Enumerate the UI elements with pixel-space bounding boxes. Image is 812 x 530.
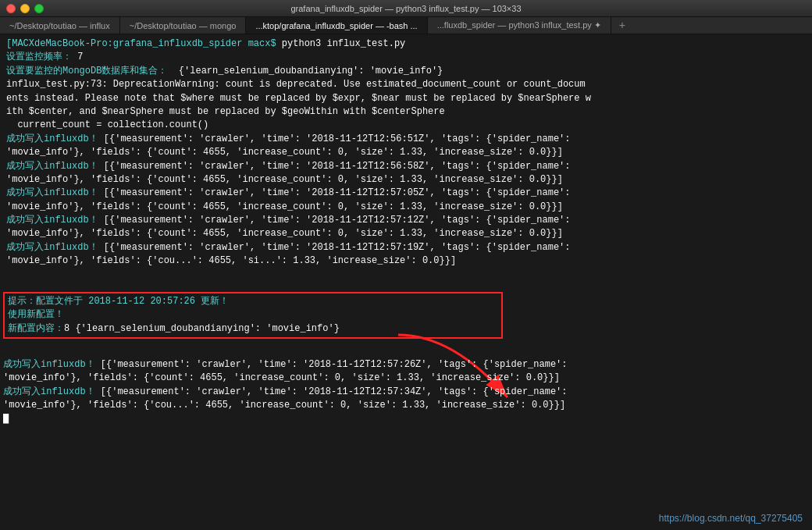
- tab-bash[interactable]: ...ktop/grafana_influxdb_spider — -bash …: [246, 17, 427, 34]
- after-lines: 成功写入influxdb！ [{'measurement': 'crawler'…: [3, 358, 568, 426]
- maximize-button[interactable]: [34, 4, 44, 13]
- minimize-button[interactable]: [20, 4, 30, 13]
- tabbar: ~/Desktop/toutiao — influx ~/Desktop/tou…: [0, 17, 812, 34]
- new-tab-button[interactable]: +: [611, 17, 633, 34]
- terminal-content: [MACXdeMacBook-Pro:grafana_influxdb_spid…: [0, 34, 812, 530]
- post-highlight-output: 成功写入influxdb！ [{'measurement': 'crawler'…: [3, 358, 568, 426]
- tab-mongo[interactable]: ~/Desktop/toutiao — mongo: [120, 17, 247, 34]
- highlight-box: 提示：配置文件于 2018-11-12 20:57:26 更新！ 使用新配置！ …: [3, 292, 503, 339]
- traffic-lights: [6, 4, 44, 13]
- highlight-text: 提示：配置文件于 2018-11-12 20:57:26 更新！ 使用新配置！ …: [8, 295, 498, 336]
- window-title: grafana_influxdb_spider — python3 influx…: [290, 4, 521, 13]
- tab-python[interactable]: ...fluxdb_spider — python3 influx_test.p…: [428, 17, 611, 34]
- close-button[interactable]: [6, 4, 16, 13]
- tab-influx[interactable]: ~/Desktop/toutiao — influx: [0, 17, 120, 34]
- titlebar: grafana_influxdb_spider — python3 influx…: [0, 0, 812, 17]
- terminal-output: [MACXdeMacBook-Pro:grafana_influxdb_spid…: [6, 37, 806, 269]
- watermark: https://blog.csdn.net/qq_37275405: [659, 513, 803, 524]
